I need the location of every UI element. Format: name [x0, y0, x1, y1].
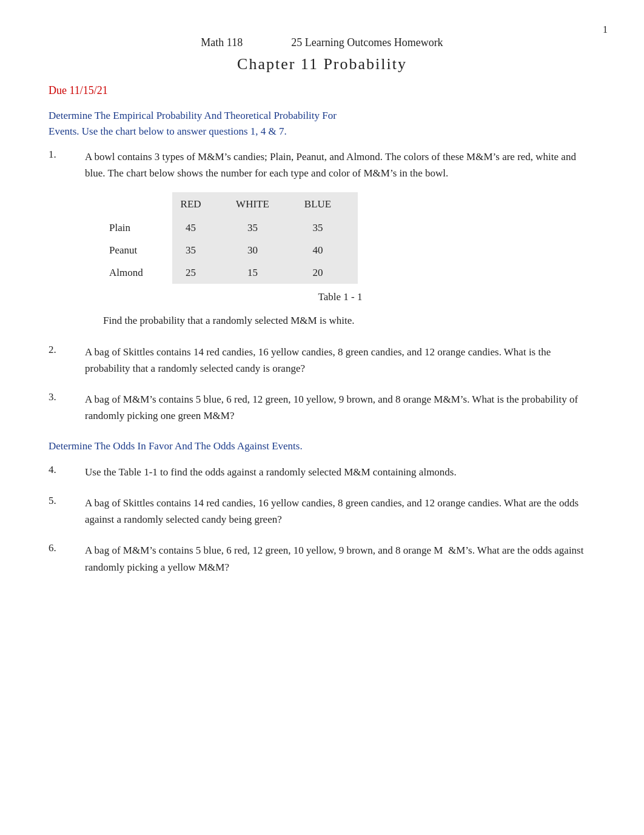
due-date: Due 11/15/21	[49, 84, 595, 97]
page-number: 1	[603, 24, 608, 35]
course-label: Math 118	[201, 36, 243, 49]
row-peanut-red: 35	[172, 239, 227, 261]
table-row-plain: Plain 45 35 35	[103, 216, 358, 239]
question-4-text: Use the Table 1-1 to find the odds again…	[85, 464, 595, 480]
col-white-header: WHITE	[227, 192, 296, 216]
question-1: 1. A bowl contains 3 types of M&M’s cand…	[49, 149, 595, 329]
candy-table: RED WHITE BLUE Plain 45 35 35 Peanut 35	[103, 192, 358, 284]
question-2: 2. A bag of Skittles contains 14 red can…	[49, 344, 595, 377]
question-4-number: 4.	[49, 464, 85, 480]
question-1-number: 1.	[49, 149, 85, 329]
table-container-1: RED WHITE BLUE Plain 45 35 35 Peanut 35	[85, 192, 595, 305]
table-row-peanut: Peanut 35 30 40	[103, 239, 358, 261]
question-3: 3. A bag of M&M’s contains 5 blue, 6 red…	[49, 391, 595, 424]
row-almond-blue: 20	[296, 261, 358, 284]
row-plain-red: 45	[172, 216, 227, 239]
question-1-content: A bowl contains 3 types of M&M’s candies…	[85, 149, 595, 329]
question-3-number: 3.	[49, 391, 85, 424]
question-6-number: 6.	[49, 542, 85, 575]
row-peanut-blue: 40	[296, 239, 358, 261]
question-2-number: 2.	[49, 344, 85, 377]
question-3-text: A bag of M&M’s contains 5 blue, 6 red, 1…	[85, 391, 595, 424]
row-peanut-label: Peanut	[103, 239, 172, 261]
section1-heading: Determine The Empirical Probability And …	[49, 108, 595, 139]
row-almond-label: Almond	[103, 261, 172, 284]
row-almond-white: 15	[227, 261, 296, 284]
section2-heading: Determine The Odds In Favor And The Odds…	[49, 438, 595, 454]
header-line: Math 118 25 Learning Outcomes Homework	[49, 36, 595, 49]
question-6-text: A bag of M&M’s contains 5 blue, 6 red, 1…	[85, 542, 595, 575]
section1-heading-line2: Events. Use the chart below to answer qu…	[49, 126, 287, 137]
row-almond-red: 25	[172, 261, 227, 284]
question-6: 6. A bag of M&M’s contains 5 blue, 6 red…	[49, 542, 595, 575]
col-empty-header	[103, 192, 172, 216]
col-blue-header: BLUE	[296, 192, 358, 216]
table-row-almond: Almond 25 15 20	[103, 261, 358, 284]
row-peanut-white: 30	[227, 239, 296, 261]
question-5: 5. A bag of Skittles contains 14 red can…	[49, 495, 595, 528]
row-plain-label: Plain	[103, 216, 172, 239]
question-5-number: 5.	[49, 495, 85, 528]
question-5-text: A bag of Skittles contains 14 red candie…	[85, 495, 595, 528]
question-4: 4. Use the Table 1-1 to find the odds ag…	[49, 464, 595, 480]
row-plain-blue: 35	[296, 216, 358, 239]
question-2-text: A bag of Skittles contains 14 red candie…	[85, 344, 595, 377]
question-1-sub: Find the probability that a randomly sel…	[85, 312, 595, 329]
section1-heading-line1: Determine The Empirical Probability And …	[49, 110, 337, 121]
row-plain-white: 35	[227, 216, 296, 239]
col-red-header: RED	[172, 192, 227, 216]
chapter-title: Chapter 11 Probability	[49, 55, 595, 73]
table-caption: Table 1 - 1	[85, 289, 595, 305]
question-1-text: A bowl contains 3 types of M&M’s candies…	[85, 151, 576, 179]
assignment-label: 25 Learning Outcomes Homework	[291, 36, 443, 49]
